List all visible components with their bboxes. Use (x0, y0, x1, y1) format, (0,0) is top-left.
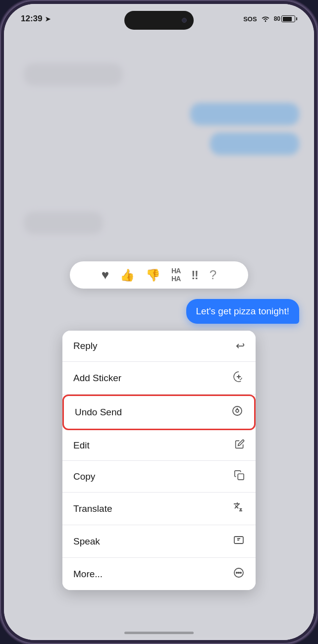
reply-label: Reply (73, 341, 98, 351)
reply-icon: ↩ (236, 340, 245, 352)
screen: 12:39 ➤ SOS 80 (4, 4, 314, 640)
svg-rect-2 (238, 474, 244, 480)
menu-item-reply[interactable]: Reply ↩ (62, 331, 256, 362)
camera-dot (182, 18, 187, 23)
translate-label: Translate (73, 503, 112, 514)
menu-item-speak[interactable]: Speak (62, 525, 256, 558)
add-sticker-label: Add Sticker (73, 373, 121, 384)
menu-item-undo-send-wrapper: Undo Send (62, 395, 256, 430)
svg-point-7 (240, 572, 241, 573)
status-right-group: SOS 80 (243, 15, 297, 23)
svg-point-5 (236, 572, 237, 573)
more-icon (233, 567, 245, 581)
edit-label: Edit (73, 440, 90, 451)
home-indicator (124, 632, 194, 634)
reaction-thumbs-down[interactable]: 👎 (146, 268, 160, 282)
menu-item-edit[interactable]: Edit (62, 430, 256, 461)
message-text: Let's get pizza tonight! (196, 306, 289, 316)
sos-label: SOS (243, 15, 257, 23)
battery-body (281, 15, 295, 22)
phone-frame: 12:39 ➤ SOS 80 (0, 0, 318, 644)
status-time: 12:39 ➤ (21, 14, 51, 24)
menu-item-copy[interactable]: Copy (62, 461, 256, 493)
battery-tip (296, 17, 297, 20)
svg-point-0 (265, 21, 266, 22)
svg-point-1 (233, 406, 242, 415)
more-label: More... (73, 569, 103, 580)
menu-item-undo-send[interactable]: Undo Send (62, 395, 256, 430)
context-menu: Reply ↩ Add Sticker Undo Send (62, 331, 256, 590)
reaction-exclamation[interactable]: ‼ (191, 268, 199, 282)
menu-item-add-sticker[interactable]: Add Sticker (62, 362, 256, 395)
dynamic-island (124, 11, 194, 30)
reaction-bar[interactable]: ♥ 👍 👎 HAHA ‼ ? (70, 261, 248, 289)
location-arrow-icon: ➤ (45, 15, 51, 23)
svg-point-6 (238, 572, 239, 573)
reaction-thumbs-up[interactable]: 👍 (120, 268, 135, 282)
wifi-icon (261, 15, 270, 22)
speak-label: Speak (73, 536, 100, 547)
battery-fill (283, 17, 292, 21)
speak-icon (233, 534, 245, 548)
undo-send-icon (231, 405, 243, 420)
battery-percent: 80 (274, 15, 280, 22)
undo-send-label: Undo Send (75, 407, 122, 418)
message-bubble: Let's get pizza tonight! (186, 299, 299, 324)
reaction-question[interactable]: ? (210, 267, 216, 283)
battery-indicator: 80 (274, 15, 297, 22)
copy-label: Copy (73, 471, 95, 482)
reaction-heart[interactable]: ♥ (102, 267, 109, 283)
time-display: 12:39 (21, 14, 42, 24)
add-sticker-icon (233, 371, 245, 385)
reaction-haha[interactable]: HAHA (171, 267, 180, 283)
edit-icon (235, 439, 245, 451)
translate-icon (233, 501, 245, 516)
menu-item-more[interactable]: More... (62, 558, 256, 590)
menu-item-translate[interactable]: Translate (62, 493, 256, 525)
copy-icon (234, 470, 245, 483)
